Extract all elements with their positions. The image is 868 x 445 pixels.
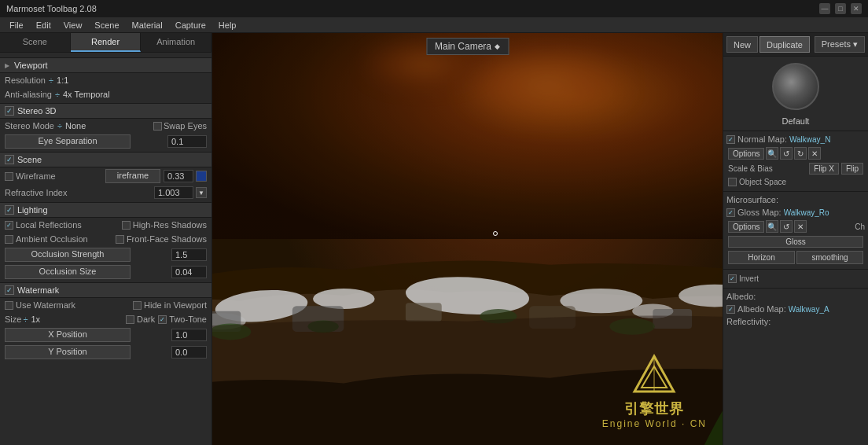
albedo-map-checkbox[interactable] <box>726 305 735 314</box>
local-reflections-checkbox[interactable] <box>5 221 13 230</box>
menu-capture[interactable]: Capture <box>169 17 212 33</box>
watermark-section-header[interactable]: Watermark <box>0 282 211 298</box>
normal-map-checkbox[interactable] <box>726 135 735 144</box>
flip-btn[interactable]: Flip <box>841 163 863 175</box>
normal-search-icon[interactable]: 🔍 <box>766 147 778 160</box>
antialias-divider: ÷ <box>55 90 60 99</box>
gloss-options-btn[interactable]: Options <box>728 221 764 233</box>
normal-options-btn[interactable]: Options <box>728 148 764 160</box>
x-position-label: X Position <box>48 329 87 339</box>
wm-dark-checkbox[interactable] <box>126 315 134 324</box>
wm-twotone-checkbox[interactable] <box>158 315 167 324</box>
smoothing-btn[interactable]: smoothing <box>796 251 863 264</box>
menu-help[interactable]: Help <box>212 17 243 33</box>
eye-sep-input[interactable] <box>167 135 207 148</box>
gloss-map-checkbox[interactable] <box>726 208 735 217</box>
refract-input[interactable] <box>154 186 193 199</box>
occl-strength-slider[interactable]: Occlusion Strength <box>5 248 131 262</box>
object-space-checkbox[interactable] <box>728 178 737 186</box>
menu-edit[interactable]: Edit <box>30 17 57 33</box>
refract-down-btn[interactable]: ▼ <box>196 187 207 198</box>
gloss-btn[interactable]: Gloss <box>728 236 863 248</box>
close-button[interactable]: ✕ <box>851 3 862 14</box>
camera-label[interactable]: Main Camera ◆ <box>426 38 509 55</box>
x-position-input[interactable] <box>171 329 207 341</box>
menu-view[interactable]: View <box>57 17 89 33</box>
flip-x-btn[interactable]: Flip X <box>809 163 839 175</box>
watermark-section-checkbox[interactable] <box>5 285 14 295</box>
hide-viewport-checkbox[interactable] <box>133 301 142 310</box>
gloss-search-icon[interactable]: 🔍 <box>766 220 778 233</box>
ambient-occlusion-row: Ambient Occlusion Front-Face Shadows <box>0 232 211 246</box>
wireframe-slider[interactable]: ireframe <box>105 169 160 183</box>
wireframe-input[interactable] <box>164 170 193 182</box>
use-watermark-checkbox[interactable] <box>5 301 13 310</box>
viewport-triangle-icon: ▶ <box>5 62 9 69</box>
gloss-edit-icon[interactable]: ↺ <box>780 220 793 233</box>
stereo-mode-value[interactable]: None <box>65 121 86 131</box>
wm-size-divider: ÷ <box>23 314 28 324</box>
menu-scene[interactable]: Scene <box>88 17 125 33</box>
viewport[interactable]: Main Camera ◆ 引擎世界 Engine World · CN <box>212 33 723 445</box>
occl-size-row: Occlusion Size <box>0 263 211 281</box>
y-position-slider[interactable]: Y Position <box>5 345 131 359</box>
horizon-btn[interactable]: Horizon <box>728 251 795 264</box>
normal-close-icon[interactable]: ✕ <box>808 147 821 160</box>
albedo-map-title: Albedo Map: Walkway_A <box>726 304 865 314</box>
duplicate-button[interactable]: Duplicate <box>760 36 810 53</box>
high-res-shadows-checkbox[interactable] <box>122 221 131 230</box>
resolution-value[interactable]: 1:1 <box>57 75 68 85</box>
wireframe-checkbox[interactable] <box>5 172 13 181</box>
x-position-slider[interactable]: X Position <box>5 328 131 342</box>
camera-name: Main Camera <box>435 41 491 52</box>
front-face-shadows-checkbox[interactable] <box>116 235 124 244</box>
normal-map-title: Normal Map: Walkway_N <box>726 134 865 144</box>
maximize-button[interactable]: □ <box>835 3 846 14</box>
tab-animation[interactable]: Animation <box>141 33 211 52</box>
menu-material[interactable]: Material <box>126 17 169 33</box>
watermark-size-row: Size ÷ 1x Dark Two-Tone <box>0 312 211 326</box>
scene-section-header[interactable]: Scene <box>0 152 211 167</box>
presets-button[interactable]: Presets ▾ <box>815 36 865 53</box>
lighting-section-header[interactable]: Lighting <box>0 202 211 218</box>
y-position-input[interactable] <box>171 346 207 359</box>
panel-content[interactable]: ▶ Viewport Resolution ÷ 1:1 Anti-aliasin… <box>0 53 211 445</box>
swap-eyes-checkbox[interactable] <box>153 122 162 131</box>
occl-size-input[interactable] <box>171 266 207 278</box>
tab-render[interactable]: Render <box>71 33 142 52</box>
gloss-map-title: Gloss Map: Walkway_Ro <box>726 208 865 217</box>
occl-strength-label: Occlusion Strength <box>31 249 105 259</box>
normal-map-name: Walkway_N <box>789 135 865 144</box>
tab-scene[interactable]: Scene <box>0 33 71 52</box>
stereo-section-header[interactable]: Stereo 3D <box>0 103 211 119</box>
new-button[interactable]: New <box>726 36 758 53</box>
wireframe-color-swatch[interactable] <box>196 171 207 182</box>
refract-label: Refractive Index <box>5 188 67 197</box>
minimize-button[interactable]: — <box>819 3 830 14</box>
invert-checkbox[interactable] <box>728 274 737 283</box>
eye-sep-slider[interactable]: Eye Separation <box>5 134 131 149</box>
occl-size-slider[interactable]: Occlusion Size <box>5 265 131 279</box>
engine-world-logo <box>631 352 678 399</box>
antialias-value[interactable]: 4x Temporal <box>63 90 110 99</box>
gloss-refresh-icon[interactable]: ✕ <box>794 220 807 233</box>
menubar: File Edit View Scene Material Capture He… <box>0 17 868 33</box>
lighting-section-checkbox[interactable] <box>5 205 14 215</box>
ambient-occlusion-checkbox[interactable] <box>5 235 13 244</box>
albedo-map-name: Walkway_A <box>789 305 865 314</box>
viewport-section-header[interactable]: ▶ Viewport <box>0 57 211 73</box>
resolution-row: Resolution ÷ 1:1 <box>0 73 211 87</box>
albedo-label: Albedo: <box>726 292 756 301</box>
albedo-title: Albedo: <box>726 292 865 301</box>
scale-bias-row: Scale & Bias Flip X Flip <box>726 161 865 176</box>
occl-strength-input[interactable] <box>171 248 207 261</box>
normal-edit-icon[interactable]: ↺ <box>780 147 793 160</box>
stereo-checkbox[interactable] <box>5 106 14 116</box>
scene-section-checkbox[interactable] <box>5 155 14 164</box>
occl-size-label: Occlusion Size <box>39 267 97 276</box>
normal-refresh-icon[interactable]: ↻ <box>794 147 807 160</box>
wm-size-value[interactable]: 1x <box>31 314 40 324</box>
tab-bar: Scene Render Animation <box>0 33 211 53</box>
occl-strength-row: Occlusion Strength <box>0 246 211 263</box>
menu-file[interactable]: File <box>3 17 30 33</box>
